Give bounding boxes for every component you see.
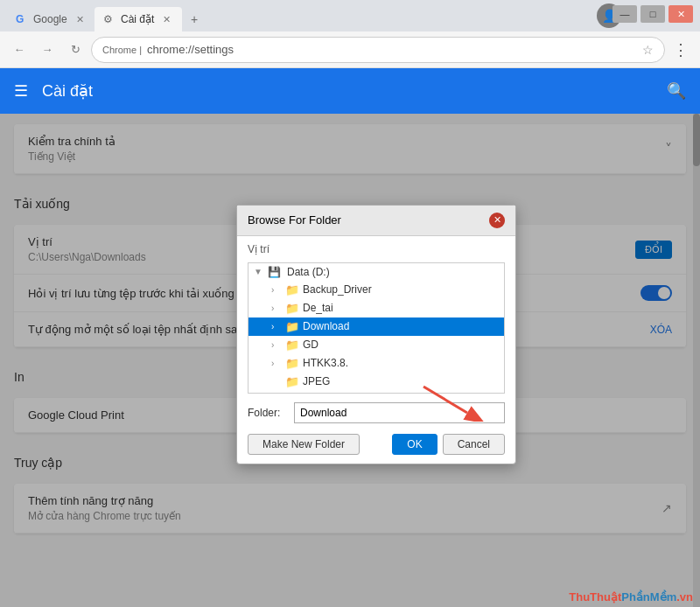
- tab-google-close[interactable]: ✕: [76, 14, 84, 25]
- browse-folder-dialog: Browse For Folder ✕ Vị trí ▼ 💾 Data (D:)…: [236, 205, 516, 464]
- jpeg-label: JPEG: [303, 375, 330, 387]
- dialog-overlay: Browse For Folder ✕ Vị trí ▼ 💾 Data (D:)…: [0, 114, 700, 607]
- watermark: ThuThuậtPhầnMềm.vn: [569, 590, 693, 604]
- htkk-folder-icon: 📁: [285, 357, 299, 370]
- tree-root[interactable]: ▼ 💾 Data (D:): [248, 263, 504, 281]
- folder-tree[interactable]: ▼ 💾 Data (D:) › 📁 Backup_Driver › 📁 De_t…: [248, 262, 505, 394]
- download-chevron: ›: [271, 322, 282, 331]
- folder-input-row: Folder:: [237, 397, 515, 429]
- backup-folder-icon: 📁: [285, 283, 299, 297]
- htkk-label: HTKK3.8.: [303, 357, 348, 369]
- watermark-mem: Mềm: [650, 590, 676, 604]
- download-label: Download: [303, 320, 349, 332]
- dialog-header: Browse For Folder ✕: [237, 206, 515, 236]
- window-controls: — □ ✕: [612, 5, 693, 23]
- back-button[interactable]: ←: [7, 38, 32, 62]
- settings-header: ☰ Cài đặt 🔍: [0, 68, 700, 114]
- watermark-phan: Phần: [621, 590, 650, 604]
- backup-label: Backup_Driver: [303, 283, 372, 296]
- maximize-button[interactable]: □: [640, 5, 665, 23]
- address-text: chrome://settings: [147, 43, 637, 56]
- tab-settings[interactable]: ⚙ Cài đặt ✕: [94, 7, 182, 31]
- settings-body: Kiểm tra chính tả Tiếng Việt ˅ Tải xuống…: [0, 114, 700, 607]
- htkk-chevron: ›: [271, 359, 282, 368]
- tab-google-label: Google: [33, 13, 67, 25]
- ok-button[interactable]: OK: [392, 434, 437, 455]
- tab-google[interactable]: G Google ✕: [7, 7, 94, 31]
- settings-title: Cài đặt: [42, 81, 653, 101]
- forward-button[interactable]: →: [35, 38, 60, 62]
- dialog-location-label: Vị trí: [237, 236, 515, 259]
- drive-icon: 💾: [268, 266, 281, 278]
- close-button[interactable]: ✕: [668, 5, 693, 23]
- folder-label: Folder:: [248, 407, 287, 419]
- tree-item-jpeg[interactable]: › 📁 JPEG: [248, 373, 504, 391]
- google-favicon: G: [16, 13, 28, 25]
- watermark-vn: .vn: [676, 590, 693, 604]
- chrome-menu-button[interactable]: ⋮: [668, 38, 693, 62]
- tree-item-download[interactable]: › 📁 Download: [248, 317, 504, 336]
- backup-chevron: ›: [271, 285, 282, 295]
- make-new-folder-button[interactable]: Make New Folder: [248, 434, 360, 455]
- tab-settings-close[interactable]: ✕: [163, 14, 171, 25]
- watermark-thuat: Thuật: [590, 590, 621, 604]
- tree-item-detai[interactable]: › 📁 De_tai: [248, 299, 504, 317]
- jpeg-folder-icon: 📁: [285, 375, 299, 388]
- dialog-button-row: Make New Folder OK Cancel: [237, 429, 515, 464]
- cancel-button[interactable]: Cancel: [443, 434, 505, 455]
- tree-item-gd[interactable]: › 📁 GD: [248, 336, 504, 354]
- browser-titlebar: G Google ✕ ⚙ Cài đặt ✕ + 👤 — □ ✕: [0, 0, 700, 31]
- settings-favicon: ⚙: [103, 13, 116, 25]
- minimize-button[interactable]: —: [612, 5, 637, 23]
- hamburger-menu[interactable]: ☰: [14, 81, 28, 101]
- tree-root-label: Data (D:): [287, 266, 330, 278]
- detai-label: De_tai: [303, 302, 333, 314]
- new-tab-button[interactable]: +: [182, 7, 206, 31]
- gd-chevron: ›: [271, 340, 282, 350]
- gd-label: GD: [303, 338, 318, 351]
- download-folder-icon: 📁: [285, 320, 299, 333]
- folder-input[interactable]: [294, 402, 505, 423]
- settings-search-icon[interactable]: 🔍: [667, 81, 686, 101]
- detai-chevron: ›: [271, 304, 282, 313]
- address-prefix: Chrome |: [102, 45, 142, 55]
- detai-folder-icon: 📁: [285, 302, 299, 315]
- browser-toolbar: ← → ↻ Chrome | chrome://settings ☆ ⋮: [0, 31, 700, 68]
- bookmark-star[interactable]: ☆: [642, 43, 654, 57]
- reload-button[interactable]: ↻: [63, 38, 88, 62]
- dialog-title: Browse For Folder: [248, 213, 341, 227]
- tree-item-htkk[interactable]: › 📁 HTKK3.8.: [248, 354, 504, 373]
- dialog-close-button[interactable]: ✕: [489, 213, 505, 228]
- tree-item-backup[interactable]: › 📁 Backup_Driver: [248, 281, 504, 299]
- address-bar[interactable]: Chrome | chrome://settings ☆: [91, 37, 665, 63]
- tab-settings-label: Cài đặt: [121, 13, 154, 25]
- gd-folder-icon: 📁: [285, 338, 299, 352]
- root-chevron: ▼: [254, 267, 264, 276]
- watermark-thu: Thu: [569, 590, 590, 604]
